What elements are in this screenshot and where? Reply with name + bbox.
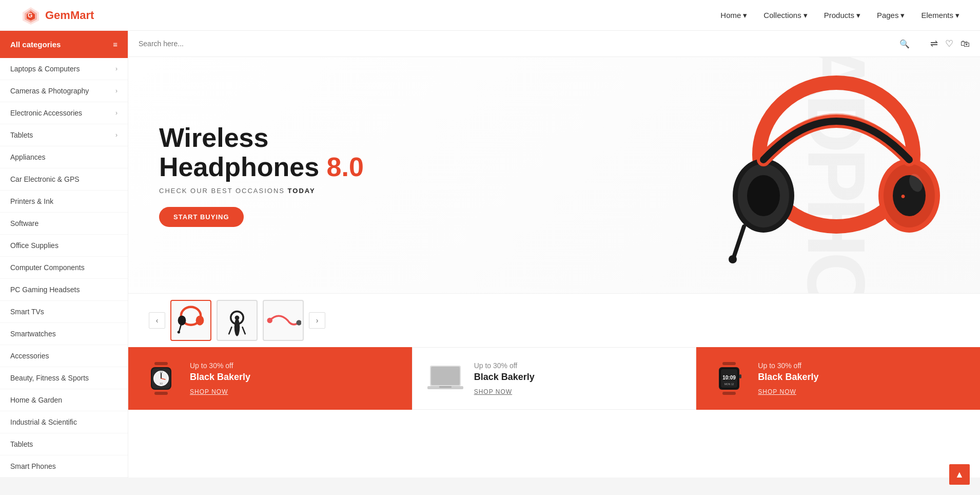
svg-text:XII: XII xyxy=(160,382,163,385)
logo-icon: G xyxy=(21,5,41,26)
thumbnail-2[interactable] xyxy=(217,300,258,341)
chevron-right-icon: › xyxy=(115,87,117,94)
svg-point-22 xyxy=(235,315,240,320)
svg-text:MON 12: MON 12 xyxy=(724,383,734,386)
svg-rect-48 xyxy=(739,374,741,378)
svg-rect-28 xyxy=(154,392,168,395)
promo-text-2: Up to 30% off Black Bakerly SHOP NOW xyxy=(474,361,684,396)
hero-content: Wireless Headphones 8.0 CHECK OUR BEST O… xyxy=(159,123,364,227)
svg-rect-38 xyxy=(431,367,460,385)
cart-button[interactable]: 🛍 xyxy=(961,39,970,49)
header: G GemMart Home ▾ Collections ▾ Products … xyxy=(0,0,980,31)
sidebar-item-printers[interactable]: Printers & Ink xyxy=(0,191,128,213)
sidebar-item-electronic-accessories[interactable]: Electronic Accessories › xyxy=(0,102,128,124)
svg-point-7 xyxy=(747,175,780,216)
slider-prev-button[interactable]: ‹ xyxy=(149,312,165,329)
headphones-image: ● xyxy=(708,62,965,293)
search-bar: 🔍 xyxy=(128,31,920,57)
sidebar-item-laptops[interactable]: Laptops & Computers › xyxy=(0,58,128,80)
header-icons: ⇌ ♡ 🛍 xyxy=(920,31,980,57)
logo[interactable]: G GemMart xyxy=(21,5,94,26)
sidebar-all-categories-label: All categories xyxy=(10,40,61,49)
svg-text:10:09: 10:09 xyxy=(723,375,736,380)
sidebar-header[interactable]: All categories ≡ xyxy=(0,31,128,58)
sidebar-items-list: Laptops & Computers › Cameras & Photogra… xyxy=(0,58,128,478)
promo-text-1: Up to 30% off Black Bakerly SHOP NOW xyxy=(190,361,400,396)
svg-text:XII: XII xyxy=(160,371,163,374)
sidebar-item-tablets[interactable]: Tablets › xyxy=(0,124,128,146)
hero-title: Wireless Headphones 8.0 xyxy=(159,123,364,182)
chevron-down-icon: ▾ xyxy=(856,11,860,20)
sidebar-item-computer-components[interactable]: Computer Components xyxy=(0,257,128,279)
sidebar-item-smartwatches[interactable]: Smartwatches xyxy=(0,323,128,345)
search-input[interactable] xyxy=(139,40,899,48)
main-nav: Home ▾ Collections ▾ Products ▾ Pages ▾ … xyxy=(720,11,959,20)
svg-rect-40 xyxy=(439,386,452,388)
svg-rect-42 xyxy=(722,392,736,395)
chevron-right-icon: › xyxy=(115,65,117,72)
sidebar-item-office-supplies[interactable]: Office Supplies xyxy=(0,235,128,257)
nav-products[interactable]: Products ▾ xyxy=(824,11,860,20)
sidebar-item-cameras[interactable]: Cameras & Photography › xyxy=(0,80,128,102)
svg-rect-27 xyxy=(154,362,168,365)
headphones-svg: ● xyxy=(713,72,959,288)
slider-next-button[interactable]: › xyxy=(309,312,325,329)
sidebar-item-accessories[interactable]: Accessories xyxy=(0,345,128,367)
svg-line-12 xyxy=(734,226,744,257)
sidebar-item-smart-phones[interactable]: Smart Phones xyxy=(0,455,128,478)
nav-collections[interactable]: Collections ▾ xyxy=(763,11,807,20)
nav-pages[interactable]: Pages ▾ xyxy=(877,11,905,20)
hero-section: HEADPHONE Wireless Headphones 8.0 CHECK … xyxy=(128,57,980,347)
svg-point-25 xyxy=(267,318,273,323)
hero-main: HEADPHONE Wireless Headphones 8.0 CHECK … xyxy=(128,57,980,293)
wishlist-button[interactable]: ♡ xyxy=(945,38,953,49)
svg-point-17 xyxy=(196,315,204,325)
sidebar-item-pc-gaming[interactable]: PC Gaming Headsets xyxy=(0,279,128,301)
logo-text: GemMart xyxy=(45,9,94,22)
shop-link-1[interactable]: SHOP NOW xyxy=(190,388,228,395)
hero-subtitle: CHECK OUR BEST OCCASIONS TODAY xyxy=(159,187,364,195)
svg-text:●: ● xyxy=(900,192,906,200)
sidebar-item-car-electronic[interactable]: Car Electronic & GPS xyxy=(0,168,128,191)
shop-link-3[interactable]: SHOP NOW xyxy=(758,388,796,395)
chevron-down-icon: ▾ xyxy=(743,11,747,20)
svg-point-13 xyxy=(729,255,737,263)
shuffle-button[interactable]: ⇌ xyxy=(930,38,938,49)
nav-elements[interactable]: Elements ▾ xyxy=(921,11,959,20)
chevron-down-icon: ▾ xyxy=(900,11,905,20)
sidebar-item-software[interactable]: Software xyxy=(0,213,128,235)
top-bar: 🔍 ⇌ ♡ 🛍 xyxy=(128,31,980,57)
sidebar-item-appliances[interactable]: Appliances xyxy=(0,146,128,168)
chevron-right-icon: › xyxy=(115,109,117,117)
promo-card-1: XII XII Up to 30% off Black Bakerly SHOP… xyxy=(128,347,412,410)
svg-point-20 xyxy=(234,318,240,336)
nav-home[interactable]: Home ▾ xyxy=(720,11,747,20)
promo-card-3: 10:09 MON 12 Up to 30% off Black Bakerly… xyxy=(696,347,980,410)
sidebar: All categories ≡ Laptops & Computers › C… xyxy=(0,31,128,478)
sidebar-item-industrial[interactable]: Industrial & Scientific xyxy=(0,411,128,433)
svg-point-16 xyxy=(178,315,186,325)
menu-icon: ≡ xyxy=(113,40,117,49)
svg-line-18 xyxy=(179,325,181,331)
shop-link-2[interactable]: SHOP NOW xyxy=(474,388,512,395)
scroll-to-top-button[interactable]: ▲ xyxy=(949,464,970,478)
svg-line-23 xyxy=(229,327,231,334)
sidebar-item-tablets2[interactable]: Tablets xyxy=(0,433,128,455)
promo-image-2 xyxy=(425,358,466,399)
chevron-right-icon: › xyxy=(115,131,117,139)
thumbnail-1[interactable] xyxy=(170,300,211,341)
start-buying-button[interactable]: START BUYING xyxy=(159,207,244,227)
sidebar-item-beauty-fitness[interactable]: Beauty, Fitness & Sports xyxy=(0,367,128,389)
sidebar-item-home-garden[interactable]: Home & Garden xyxy=(0,389,128,411)
main-layout: All categories ≡ Laptops & Computers › C… xyxy=(0,31,980,478)
promo-card-2: Up to 30% off Black Bakerly SHOP NOW xyxy=(412,347,697,410)
chevron-down-icon: ▾ xyxy=(955,11,959,20)
sidebar-item-smart-tvs[interactable]: Smart TVs xyxy=(0,301,128,323)
thumbnail-3[interactable] xyxy=(263,300,304,341)
search-button[interactable]: 🔍 xyxy=(899,39,910,49)
svg-line-24 xyxy=(243,327,245,334)
promo-text-3: Up to 30% off Black Bakerly SHOP NOW xyxy=(758,361,968,396)
promo-image-3: 10:09 MON 12 xyxy=(709,358,750,399)
promo-section: XII XII Up to 30% off Black Bakerly SHOP… xyxy=(128,347,980,410)
chevron-down-icon: ▾ xyxy=(803,11,808,20)
